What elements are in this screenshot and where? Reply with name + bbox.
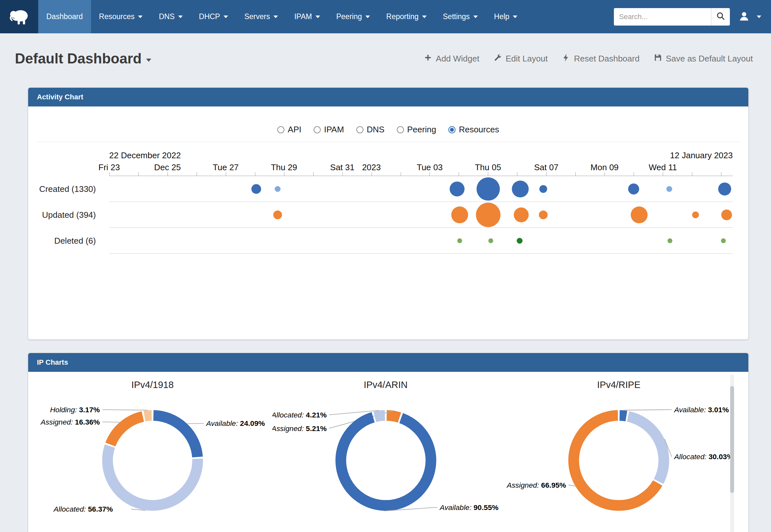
donut-label-line [568, 485, 575, 486]
nav-item-dashboard[interactable]: Dashboard [38, 0, 91, 33]
bubble-created [450, 182, 464, 196]
provision-logo[interactable] [0, 0, 38, 33]
nav-item-peering[interactable]: Peering [328, 0, 378, 33]
timeline-rows: Created (1330)Updated (394)Deleted (6) [28, 176, 748, 254]
bubble-updated [451, 206, 468, 223]
user-icon [738, 10, 750, 23]
timeline-axis: Fri 23Dec 25Tue 27Thu 29Sat 312023Tue 03… [109, 162, 733, 176]
reset-dashboard-button[interactable]: Reset Dashboard [562, 53, 640, 64]
chevron-down-icon [274, 16, 278, 18]
bubble-deleted [488, 238, 493, 243]
nav-item-label: Resources [99, 12, 135, 21]
bubble-updated [631, 206, 648, 223]
main-nav-menu: DashboardResourcesDNSDHCPServersIPAMPeer… [38, 0, 525, 33]
radio-icon [314, 126, 321, 133]
user-menu[interactable] [738, 10, 761, 23]
nav-item-dns[interactable]: DNS [151, 0, 191, 33]
donut-slice-label-assigned: Assigned: 66.95% [506, 481, 566, 489]
nav-item-ipam[interactable]: IPAM [286, 0, 328, 33]
axis-tick-label: Fri 23 [98, 162, 120, 172]
action-label: Edit Layout [506, 54, 548, 64]
donut-svg: Available: 3.01%Allocated: 30.03%Assigne… [505, 392, 732, 532]
plus-icon [424, 53, 432, 64]
bubble-updated [476, 203, 500, 227]
filter-label: Peering [407, 125, 436, 135]
radio-icon [356, 126, 363, 133]
nav-item-help[interactable]: Help [486, 0, 525, 33]
search-button[interactable] [711, 8, 730, 26]
divider [37, 142, 739, 142]
filter-radio-resources[interactable]: Resources [448, 125, 499, 135]
axis-tick [721, 172, 721, 176]
donut-chart-ipv4-arin: IPv4/ARIN Assigned: 5.21%Available: 90.5… [269, 380, 502, 532]
bubble-updated [514, 207, 529, 222]
axis-tick [517, 172, 517, 176]
donut-slice-label-available: Available: 24.09% [206, 419, 265, 427]
add-widget-button[interactable]: Add Widget [424, 53, 479, 64]
axis-tick [372, 172, 372, 176]
donut-slice-holding [144, 416, 151, 416]
action-label: Reset Dashboard [574, 54, 640, 64]
axis-tick [255, 172, 255, 176]
chevron-down-icon [365, 16, 370, 18]
search-icon [716, 11, 726, 22]
filter-radio-ipam[interactable]: IPAM [314, 125, 344, 135]
radio-icon [277, 126, 285, 133]
chevron-down-icon [178, 16, 183, 18]
bubble-updated [721, 209, 732, 220]
axis-tick-label: Thu 29 [271, 162, 297, 172]
donut-label-line [624, 410, 672, 410]
nav-item-servers[interactable]: Servers [236, 0, 286, 33]
axis-tick [342, 172, 343, 176]
donut-chart-ipv4-1918: IPv4/1918 Available: 24.09%Allocated: 56… [36, 380, 269, 532]
timeline-row-updated: Updated (394) [28, 202, 748, 228]
nav-item-resources[interactable]: Resources [91, 0, 151, 33]
scrollbar-thumb[interactable] [730, 386, 734, 493]
axis-tick [692, 172, 692, 176]
filter-radio-peering[interactable]: Peering [397, 125, 436, 135]
activity-chart-panel: Activity Chart APIIPAMDNSPeeringResource… [28, 88, 748, 339]
edit-layout-button[interactable]: Edit Layout [494, 53, 548, 64]
filter-radio-dns[interactable]: DNS [356, 125, 385, 135]
axis-tick [459, 172, 459, 176]
timeline-range-labels: 22 December 2022 12 January 2023 [109, 150, 733, 161]
dashboard-selector[interactable]: Default Dashboard [15, 50, 151, 67]
ip-charts-panel-header: IP Charts [28, 353, 748, 372]
donut-title: IPv4/ARIN [269, 380, 502, 390]
bubble-created [476, 177, 500, 201]
range-start-label: 22 December 2022 [109, 150, 181, 161]
bubble-updated [273, 210, 282, 219]
activity-chart-panel-header: Activity Chart [28, 88, 748, 106]
donut-slice-label-holding: Holding: 3.17% [50, 405, 100, 414]
chevron-down-icon [316, 16, 320, 18]
bubble-created [252, 184, 261, 194]
nav-item-settings[interactable]: Settings [435, 0, 486, 33]
donut-slice-label-allocated: Allocated: 4.21% [273, 411, 327, 419]
filter-radio-api[interactable]: API [277, 125, 301, 135]
donut-svg: Assigned: 5.21%Available: 90.55%Allocate… [273, 392, 499, 532]
bubble-created [275, 186, 281, 192]
chevron-down-icon [513, 16, 517, 18]
save-default-layout-button[interactable]: Save as Default Layout [654, 53, 753, 64]
page-title: Default Dashboard [15, 50, 141, 67]
donut-label-line [102, 410, 148, 410]
bubble-updated [539, 210, 547, 219]
nav-item-label: Peering [336, 12, 362, 21]
search-input[interactable] [614, 8, 711, 26]
ip-charts-body: IPv4/1918 Available: 24.09%Allocated: 56… [28, 372, 748, 532]
nav-item-dhcp[interactable]: DHCP [191, 0, 236, 33]
chevron-down-icon [138, 16, 142, 18]
panel-title: Activity Chart [37, 93, 83, 101]
donut-slice-label-available: Available: 3.01% [674, 405, 729, 414]
axis-tick [138, 172, 139, 176]
page-header: Default Dashboard Add WidgetEdit LayoutR… [0, 33, 771, 67]
bubble-created [628, 183, 639, 194]
donut-slice-allocated [628, 416, 664, 482]
donut-svg: Available: 24.09%Allocated: 56.37%Assign… [39, 392, 266, 532]
axis-tick [634, 172, 634, 176]
nav-item-reporting[interactable]: Reporting [378, 0, 435, 33]
radio-icon [397, 126, 404, 133]
row-chart-updated [109, 202, 733, 228]
nav-item-label: IPAM [294, 12, 312, 21]
bubble-deleted [667, 238, 672, 243]
